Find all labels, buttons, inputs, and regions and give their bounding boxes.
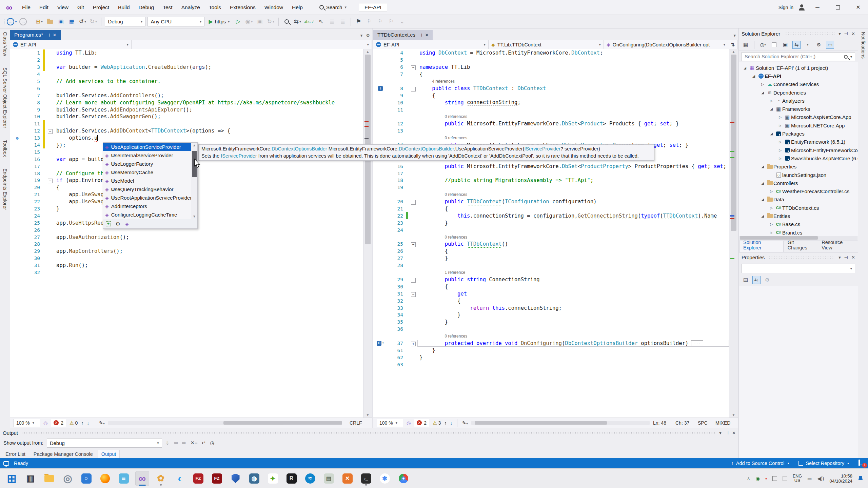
taskbar-filezilla-server[interactable]: FZ bbox=[210, 471, 224, 486]
close-icon[interactable]: ✕ bbox=[851, 31, 855, 36]
code-line-29[interactable]: 29app.MapControllers(); bbox=[10, 248, 363, 255]
notifications-bell-icon[interactable]: 1 bbox=[859, 460, 865, 466]
quick-actions-icon[interactable]: ⚙ bbox=[16, 136, 19, 141]
menu-project[interactable]: Project bbox=[88, 0, 114, 15]
taskbar-visual-studio[interactable]: ∞ bbox=[135, 471, 149, 486]
breakpoint-margin[interactable]: ⚙ bbox=[10, 136, 24, 141]
completion-item[interactable]: ◈UseQueryTrackingBehavior bbox=[103, 185, 191, 194]
solution-configuration-dropdown[interactable]: Debug▾ bbox=[105, 17, 145, 26]
completion-item[interactable]: ◈UseModel bbox=[103, 177, 191, 185]
wrench-icon[interactable]: ⚙ bbox=[116, 221, 120, 227]
code-line-1[interactable]: 1using TT.Lib; bbox=[10, 49, 363, 57]
completion-item[interactable]: ◈UseLoggerFactory bbox=[103, 160, 191, 168]
tree-item-frameworks[interactable]: ◢▣Frameworks bbox=[739, 105, 858, 113]
hot-reload-button[interactable]: ◉▾ bbox=[244, 17, 253, 26]
next-bookmark-button[interactable]: ⚐ bbox=[376, 17, 385, 26]
tray-antivirus-icon[interactable]: ◉ bbox=[756, 476, 760, 481]
taskbar-android-studio[interactable]: ✱ bbox=[378, 471, 392, 486]
code-line-13[interactable]: ⚙13 options.u bbox=[10, 135, 363, 142]
completion-item[interactable]: ◈UseMemoryCache bbox=[103, 168, 191, 177]
taskbar-openoffice[interactable]: ≈ bbox=[303, 471, 317, 486]
code-line-16[interactable]: 16 public Microsoft.EntityFrameworkCore.… bbox=[373, 163, 729, 170]
code-line-32[interactable]: 32 { bbox=[373, 297, 729, 304]
tool-tab-notifications[interactable]: Notifications bbox=[861, 32, 866, 59]
prev-message-icon[interactable]: ⇦ bbox=[174, 440, 178, 446]
left-horizontal-scrollbar[interactable] bbox=[108, 421, 284, 425]
code-line-36[interactable]: 36 bbox=[373, 326, 729, 333]
expander-icon[interactable]: ▷ bbox=[759, 82, 766, 86]
code-reference-label[interactable]: 4 references bbox=[373, 78, 729, 85]
pin-icon[interactable]: ⊣ bbox=[844, 31, 848, 36]
tab-ttdbcontext-cs[interactable]: TTDbContext.cs ⊣✕ bbox=[373, 30, 433, 40]
expander-icon[interactable]: ◢ bbox=[768, 132, 775, 136]
methods-filter-icon[interactable]: ◈ bbox=[125, 221, 129, 227]
code-line-7[interactable]: 7{ bbox=[373, 71, 729, 78]
tab-package-manager-console[interactable]: Package Manager Console bbox=[30, 450, 96, 458]
code-line-4[interactable]: 4using DbContext = Microsoft.EntityFrame… bbox=[373, 49, 729, 57]
zoom-dropdown[interactable]: 100 %▾ bbox=[14, 419, 40, 427]
next-issue-icon[interactable]: ↓ bbox=[450, 420, 452, 426]
expander-icon[interactable]: ▷ bbox=[777, 148, 784, 152]
navigate-forward-button[interactable]: → bbox=[19, 17, 27, 26]
break-all-button[interactable]: ▣ bbox=[255, 17, 264, 26]
tree-item-dependencies[interactable]: ◢⧈Dependencies bbox=[739, 88, 858, 97]
suggestion-icon[interactable]: ◎ bbox=[43, 420, 47, 426]
tab-error-list[interactable]: Error List bbox=[2, 450, 29, 458]
categorized-icon[interactable]: ▤ bbox=[742, 276, 750, 284]
code-line-22[interactable]: 22 this.connectionString = configuration… bbox=[373, 212, 729, 219]
tree-item-properties[interactable]: ◢Properties bbox=[739, 163, 858, 171]
tab-program-cs[interactable]: Program.cs* ⊣✕ bbox=[10, 30, 61, 40]
timestamp-icon[interactable]: ◷ bbox=[210, 440, 214, 446]
pin-icon[interactable]: ⊣ bbox=[418, 33, 422, 38]
code-line-17[interactable]: 17 bbox=[373, 170, 729, 177]
code-line-30[interactable]: 30 { bbox=[373, 283, 729, 290]
project-dropdown[interactable]: EF-API▾ bbox=[10, 40, 132, 49]
expander-icon[interactable]: ▷ bbox=[768, 206, 775, 210]
code-line-62[interactable]: 62} bbox=[373, 354, 729, 361]
menu-file[interactable]: File bbox=[18, 0, 35, 15]
collapsed-region-box[interactable]: ... bbox=[691, 340, 703, 346]
inheritance-icon[interactable]: ↥ bbox=[378, 86, 383, 91]
right-code-editor[interactable]: 4using DbContext = Microsoft.EntityFrame… bbox=[373, 49, 729, 418]
minimize-button[interactable]: ─ bbox=[810, 0, 825, 15]
code-line-10[interactable]: 10builder.Services.AddSwaggerGen(); bbox=[10, 113, 363, 120]
expander-icon[interactable]: ◢ bbox=[742, 66, 748, 70]
tool-tab-toolbox[interactable]: Toolbox bbox=[2, 140, 8, 157]
suggestion-icon[interactable]: ◎ bbox=[407, 420, 411, 426]
prev-issue-icon[interactable]: ↑ bbox=[81, 420, 83, 426]
toolbar-overflow-button[interactable]: ⌄ bbox=[398, 17, 407, 26]
fold-toggle[interactable]: + bbox=[411, 342, 416, 346]
taskbar-database-tool[interactable]: ◍ bbox=[247, 471, 261, 486]
code-line-5[interactable]: 5 bbox=[373, 57, 729, 64]
solution-explorer-header[interactable]: Solution Explorer ▾⊣✕ bbox=[739, 28, 858, 39]
properties-icon[interactable]: ⚙ bbox=[815, 41, 823, 49]
type-dropdown[interactable]: ◆ TT.Lib.TTDbContext▾ bbox=[489, 40, 604, 49]
solution-platform-dropdown[interactable]: Any CPU▾ bbox=[147, 17, 204, 26]
zoom-dropdown[interactable]: 100 %▾ bbox=[377, 419, 403, 427]
properties-object-dropdown[interactable]: ▾ bbox=[742, 264, 855, 273]
pin-icon[interactable]: ⊣ bbox=[46, 33, 50, 38]
tool-tab-sql-server-object-explorer[interactable]: SQL Server Object Explorer bbox=[2, 67, 8, 128]
pending-changes-filter-icon[interactable]: ◷▾ bbox=[759, 41, 767, 49]
code-line-33[interactable]: 33 return this.connectionString; bbox=[373, 304, 729, 311]
save-button[interactable]: ▣ bbox=[56, 17, 65, 26]
code-line-63[interactable]: 63 bbox=[373, 361, 729, 368]
code-reference-label[interactable]: 0 references bbox=[373, 135, 729, 142]
pin-icon[interactable]: ⊣ bbox=[844, 255, 848, 260]
taskbar-notes-app[interactable]: ≡ bbox=[117, 471, 131, 486]
comment-button[interactable]: ≣ bbox=[328, 17, 336, 26]
code-line-4[interactable]: 4 bbox=[10, 71, 363, 78]
code-line-11[interactable]: 11 bbox=[373, 106, 729, 113]
code-cleanup-icon[interactable]: ✎▾ bbox=[462, 420, 468, 426]
tree-item-microsoft-aspnetcore-app[interactable]: ▷▣Microsoft.AspNetCore.App bbox=[739, 113, 858, 121]
code-line-11[interactable]: 11 bbox=[10, 120, 363, 127]
taskbar-file-explorer[interactable] bbox=[42, 471, 56, 486]
code-line-8[interactable]: 8// Learn more about configuring Swagger… bbox=[10, 99, 363, 106]
taskbar-browser-compass[interactable]: ◎ bbox=[61, 471, 75, 486]
type-dropdown[interactable]: ▾ bbox=[132, 40, 372, 49]
expander-icon[interactable]: ▷ bbox=[768, 222, 775, 226]
toolbar-grip[interactable]: ┊ bbox=[3, 19, 5, 24]
expander-icon[interactable]: ▷ bbox=[777, 124, 784, 127]
redo-button[interactable]: ↻▾ bbox=[89, 17, 98, 26]
navigate-back-button[interactable]: ←▾ bbox=[7, 17, 17, 26]
